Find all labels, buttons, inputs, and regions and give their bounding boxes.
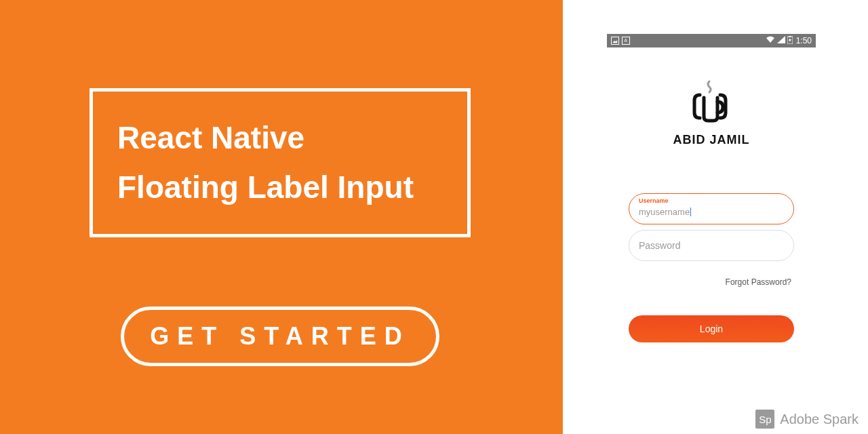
watermark: Sp Adobe Spark	[755, 410, 859, 429]
watermark-brand: Adobe Spark	[780, 412, 859, 427]
status-right: 1:50	[766, 36, 812, 46]
password-field[interactable]: Password	[629, 230, 794, 261]
svg-text:A: A	[625, 38, 628, 43]
brand-logo-icon	[690, 79, 732, 126]
spark-logo-icon: Sp	[755, 410, 774, 429]
status-time: 1:50	[796, 36, 812, 45]
svg-rect-2	[789, 36, 791, 37]
text-cursor-icon	[690, 208, 691, 216]
username-floating-label: Username	[639, 197, 669, 204]
title-box: React Native Floating Label Input	[90, 88, 471, 237]
signal-icon	[777, 36, 785, 45]
status-left: A	[611, 37, 630, 45]
login-button-label: Login	[700, 323, 723, 334]
title-line-2: Floating Label Input	[117, 169, 443, 206]
get-started-button[interactable]: GET STARTED	[121, 307, 439, 366]
get-started-label: GET STARTED	[150, 322, 410, 351]
login-button[interactable]: Login	[629, 315, 794, 342]
brand-name: ABID JAMIL	[673, 133, 750, 147]
status-bar: A 1:50	[607, 34, 816, 47]
preview-panel: A 1:50	[563, 0, 868, 434]
password-placeholder: Password	[639, 240, 784, 251]
username-field[interactable]: Username myusername	[629, 193, 794, 224]
forgot-password-link[interactable]: Forgot Password?	[629, 267, 794, 287]
login-form: Username myusername Password Forgot Pass…	[607, 161, 816, 342]
username-value: myusername	[639, 207, 784, 217]
app-icon: A	[622, 37, 630, 45]
title-line-1: React Native	[117, 119, 443, 157]
username-text: myusername	[639, 207, 690, 217]
wifi-icon	[766, 36, 775, 45]
battery-icon	[787, 36, 793, 46]
image-icon	[611, 37, 619, 45]
logo-area: ABID JAMIL	[607, 47, 816, 161]
hero-panel: React Native Floating Label Input GET ST…	[0, 0, 563, 434]
phone-frame: A 1:50	[607, 34, 816, 342]
phone-body: ABID JAMIL Username myusername Password …	[607, 47, 816, 342]
